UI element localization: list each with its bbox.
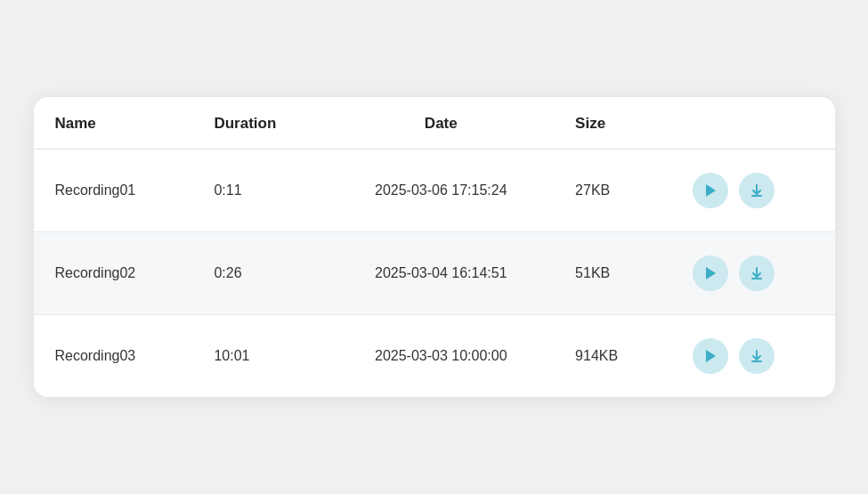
recordings-table: Name Duration Date Size Recording01 0:11… xyxy=(34,97,835,397)
col-header-date: Date xyxy=(329,97,555,150)
cell-name: Recording01 xyxy=(34,150,193,232)
play-button[interactable] xyxy=(693,338,728,374)
play-icon xyxy=(704,349,717,363)
col-header-duration: Duration xyxy=(192,97,328,150)
col-header-name: Name xyxy=(34,97,193,150)
svg-marker-2 xyxy=(706,267,716,279)
col-header-actions xyxy=(664,97,835,150)
play-icon xyxy=(704,266,717,280)
cell-size: 27KB xyxy=(554,150,664,232)
download-button[interactable] xyxy=(739,173,775,208)
cell-date: 2025-03-06 17:15:24 xyxy=(329,150,555,232)
cell-name: Recording02 xyxy=(34,232,193,315)
cell-date: 2025-03-04 16:14:51 xyxy=(329,232,555,315)
svg-marker-0 xyxy=(706,184,716,197)
play-button[interactable] xyxy=(693,255,728,291)
cell-actions xyxy=(664,232,835,315)
download-icon xyxy=(750,183,764,198)
table-row: Recording03 10:01 2025-03-03 10:00:00 91… xyxy=(34,315,835,398)
cell-date: 2025-03-03 10:00:00 xyxy=(329,315,555,398)
cell-name: Recording03 xyxy=(34,315,193,398)
cell-duration: 10:01 xyxy=(192,315,328,398)
play-icon xyxy=(704,183,717,198)
cell-size: 914KB xyxy=(554,315,664,398)
table-header-row: Name Duration Date Size xyxy=(34,97,835,150)
cell-actions xyxy=(664,315,835,398)
download-button[interactable] xyxy=(739,255,775,291)
recordings-card: Name Duration Date Size Recording01 0:11… xyxy=(34,97,835,397)
svg-marker-4 xyxy=(706,350,716,362)
cell-duration: 0:11 xyxy=(192,150,328,232)
play-button[interactable] xyxy=(693,173,728,208)
table-row: Recording02 0:26 2025-03-04 16:14:51 51K… xyxy=(34,232,835,315)
cell-size: 51KB xyxy=(554,232,664,315)
cell-duration: 0:26 xyxy=(192,232,328,315)
download-button[interactable] xyxy=(739,338,775,374)
col-header-size: Size xyxy=(554,97,664,150)
table-row: Recording01 0:11 2025-03-06 17:15:24 27K… xyxy=(34,150,835,232)
cell-actions xyxy=(664,150,835,232)
download-icon xyxy=(750,266,764,280)
download-icon xyxy=(750,349,764,363)
